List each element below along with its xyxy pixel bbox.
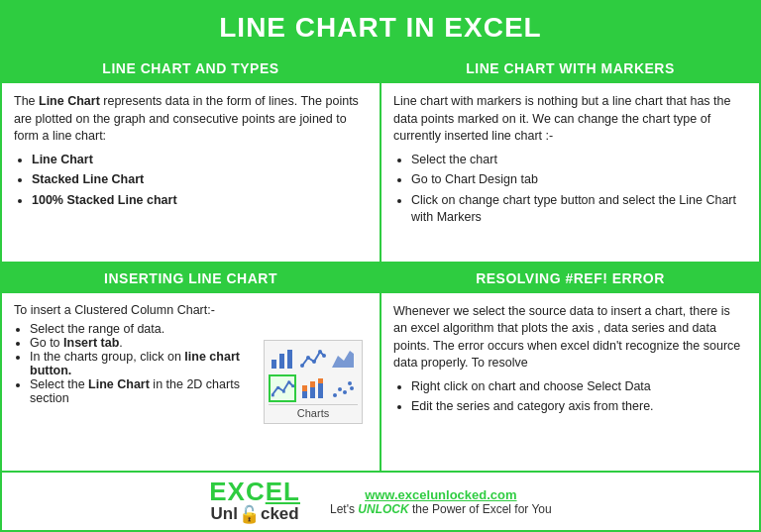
line-marker-icon xyxy=(271,375,294,401)
ref-error-intro: Whenever we select the source data to in… xyxy=(393,303,747,372)
svg-point-23 xyxy=(348,381,352,385)
svg-point-6 xyxy=(318,350,322,354)
logo-lock-symbol: 🔓 xyxy=(239,504,260,525)
type-1: Line Chart xyxy=(32,153,93,166)
svg-rect-11 xyxy=(282,390,285,393)
stacked-bar-icon xyxy=(300,375,326,401)
list-item: In the charts group, click on line chart… xyxy=(30,350,259,377)
svg-point-4 xyxy=(306,356,310,360)
svg-rect-17 xyxy=(310,381,315,387)
tagline-unlock: UNLOCK xyxy=(358,502,408,516)
list-item: Edit the series and category axis from t… xyxy=(411,398,747,416)
footer-text: www.excelunlocked.com Let's UNLOCK the P… xyxy=(330,487,552,516)
list-item: Select the chart xyxy=(411,152,747,169)
svg-rect-12 xyxy=(288,380,291,383)
svg-rect-13 xyxy=(291,384,294,387)
logo-excel-row: EXCEL xyxy=(209,479,300,504)
section-line-chart-types: LINE CHART AND TYPES The Line Chart repr… xyxy=(2,53,381,262)
section-header-markers: LINE CHART WITH MARKERS xyxy=(381,53,759,83)
list-item: Select the Line Chart in the 2D charts s… xyxy=(30,377,259,405)
svg-rect-0 xyxy=(272,360,276,369)
svg-point-5 xyxy=(312,360,316,364)
type-2: Stacked Line Chart xyxy=(32,172,144,186)
svg-point-7 xyxy=(322,354,326,358)
chart-icon-cell xyxy=(299,345,327,372)
tagline-prefix: Let's xyxy=(330,502,358,516)
svg-rect-19 xyxy=(318,378,323,383)
section-body-inserting: To insert a Clustered Column Chart:- Sel… xyxy=(2,293,380,472)
chart-icon-grid xyxy=(269,345,358,402)
chart-icon-cell xyxy=(299,374,327,402)
svg-rect-9 xyxy=(272,393,274,396)
section-header-types: LINE CHART AND TYPES xyxy=(2,53,380,83)
logo-cked-text: cked xyxy=(261,504,299,524)
types-intro: The Line Chart represents data in the fo… xyxy=(14,93,368,146)
logo-unlocked-row: Unl 🔓 cked xyxy=(211,504,299,525)
chart-icon-cell-selected xyxy=(269,374,296,402)
svg-point-20 xyxy=(333,393,337,397)
list-item: Click on change chart type button and se… xyxy=(411,192,747,227)
list-item: Right click on chart and choose Select D… xyxy=(411,378,747,396)
insert-list: Select the range of data. Go to Insert t… xyxy=(14,322,259,405)
svg-rect-1 xyxy=(279,354,284,369)
svg-rect-15 xyxy=(302,385,307,391)
section-inserting: INSERTING LINE CHART To insert a Cluster… xyxy=(2,264,381,472)
svg-rect-16 xyxy=(310,387,315,398)
section-markers: LINE CHART WITH MARKERS Line chart with … xyxy=(381,53,759,262)
types-list: Line Chart Stacked Line Chart 100% Stack… xyxy=(14,152,368,210)
tagline-suffix: the Power of Excel for You xyxy=(409,502,552,516)
logo-area: EXCEL Unl 🔓 cked xyxy=(209,479,300,525)
list-item: Go to Insert tab. xyxy=(30,336,259,350)
bottom-row: INSERTING LINE CHART To insert a Cluster… xyxy=(2,264,759,472)
svg-point-21 xyxy=(338,387,342,391)
line-chart-btn-bold: line chart button. xyxy=(30,350,240,377)
insert-tab-bold: Insert tab xyxy=(63,336,119,350)
svg-point-3 xyxy=(300,364,304,368)
charts-icon-box: Charts xyxy=(264,340,363,424)
svg-point-22 xyxy=(343,390,347,394)
svg-rect-18 xyxy=(318,383,323,398)
footer: EXCEL Unl 🔓 cked www.excelunlocked.com L… xyxy=(2,471,759,530)
bar-chart-icon xyxy=(270,346,295,372)
ref-error-list: Right click on chart and choose Select D… xyxy=(393,378,747,416)
area-chart-icon xyxy=(330,346,356,372)
chart-icon-cell xyxy=(329,345,357,372)
chart-icon-area: Charts xyxy=(259,303,368,462)
logo-el-underline: EL xyxy=(266,477,300,506)
header-banner: LINE CHART IN EXCEL xyxy=(2,2,759,53)
markers-list: Select the chart Go to Chart Design tab … xyxy=(393,152,747,227)
section-ref-error: RESOLVING #REF! ERROR Whenever we select… xyxy=(381,264,759,472)
section-header-inserting: INSERTING LINE CHART xyxy=(2,264,380,293)
list-item: Select the range of data. xyxy=(30,322,259,336)
scatter-chart-icon xyxy=(330,375,356,401)
bold-line-chart: Line Chart xyxy=(39,94,100,108)
list-item: Go to Chart Design tab xyxy=(411,171,747,189)
top-row: LINE CHART AND TYPES The Line Chart repr… xyxy=(2,53,759,264)
section-body-ref-error: Whenever we select the source data to in… xyxy=(381,293,759,472)
section-body-markers: Line chart with markers is nothing but a… xyxy=(381,83,759,262)
list-item: 100% Stacked Line chart xyxy=(32,192,368,210)
logo-excel-text: EXCEL xyxy=(209,479,300,504)
page-wrapper: LINE CHART IN EXCEL LINE CHART AND TYPES… xyxy=(0,0,761,532)
logo-unl-text: Unl xyxy=(211,504,238,524)
chart-icon-cell xyxy=(269,345,296,372)
line-chart-2d-bold: Line Chart xyxy=(88,377,150,391)
section-body-types: The Line Chart represents data in the fo… xyxy=(2,83,380,262)
section-header-ref-error: RESOLVING #REF! ERROR xyxy=(381,264,759,293)
content-area: LINE CHART AND TYPES The Line Chart repr… xyxy=(2,53,759,471)
svg-rect-10 xyxy=(276,386,279,389)
insert-intro: To insert a Clustered Column Chart:- xyxy=(14,303,259,317)
chart-label: Charts xyxy=(269,404,358,419)
list-item: Stacked Line Chart xyxy=(32,171,368,189)
list-item: Line Chart xyxy=(32,152,368,169)
svg-marker-8 xyxy=(332,351,354,368)
insert-step-1: Select the range of data. xyxy=(30,322,164,336)
chart-icon-cell xyxy=(329,374,357,402)
svg-rect-2 xyxy=(287,350,292,369)
page-title: LINE CHART IN EXCEL xyxy=(2,12,759,44)
insert-text: To insert a Clustered Column Chart:- Sel… xyxy=(14,303,259,462)
type-3: 100% Stacked Line chart xyxy=(32,193,177,207)
footer-url[interactable]: www.excelunlocked.com xyxy=(330,487,552,502)
svg-rect-14 xyxy=(302,391,307,398)
svg-point-24 xyxy=(350,386,354,390)
